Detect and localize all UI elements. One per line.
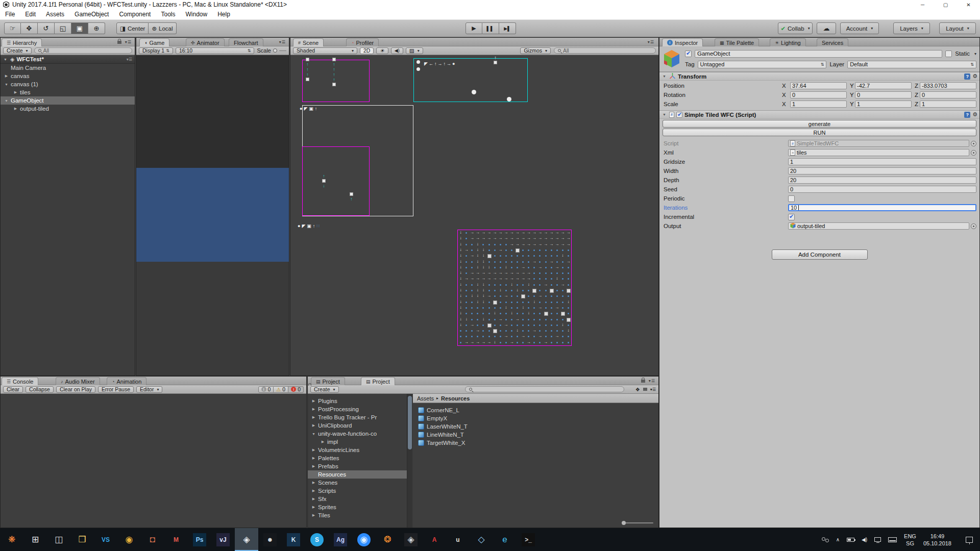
expander-icon[interactable]: ▶ (311, 448, 316, 452)
expander-icon[interactable]: ▶ (13, 107, 18, 111)
taskbar-app-mail[interactable]: M (164, 528, 188, 551)
aspect-select[interactable]: 16:10 ⇅ (176, 47, 255, 54)
menu-help[interactable]: Help (212, 9, 235, 20)
network-icon[interactable] (874, 537, 881, 542)
tab-flowchart[interactable]: Flowchart (229, 38, 263, 46)
expander-icon[interactable]: ▶ (4, 74, 9, 78)
active-checkbox[interactable] (685, 51, 692, 57)
expander-icon[interactable]: ▶ (311, 399, 316, 403)
expander-icon[interactable]: ▼ (311, 432, 316, 436)
hand-tool-button[interactable]: ☞ (4, 22, 21, 34)
step-button[interactable]: ▶▌ (499, 22, 516, 34)
editor-select[interactable]: Editor ▾ (136, 386, 162, 393)
menu-file[interactable]: File (0, 9, 20, 20)
taskbar-app-photoshop[interactable]: Ps (188, 528, 211, 551)
layout-button[interactable]: Layout▾ (939, 22, 976, 34)
tab-hierarchy[interactable]: ☰ Hierarchy (2, 38, 42, 46)
scale-z-field[interactable]: 1 (920, 101, 976, 108)
hierarchy-scene-row[interactable]: ▼ ◈ WFCTest* ▾☰ (1, 55, 135, 64)
expander-icon[interactable]: ▶ (311, 497, 316, 501)
folder-scripts[interactable]: ▶Scripts (308, 487, 407, 495)
menu-gameobject[interactable]: GameObject (69, 9, 114, 20)
pause-button[interactable]: ▌▌ (482, 22, 499, 34)
taskbar-app-viewer3d[interactable]: ◇ (470, 528, 493, 551)
lock-icon[interactable] (641, 380, 645, 383)
tab-game[interactable]: ◖ Game (139, 38, 169, 46)
panel-menu-icon[interactable]: ▾☰ (279, 40, 286, 44)
folder-prefabs[interactable]: ▶Prefabs (308, 462, 407, 470)
folder-uniclipboard[interactable]: ▶UniClipboard (308, 421, 407, 430)
expander-icon[interactable]: ▶ (311, 423, 316, 428)
run-button[interactable]: RUN (663, 129, 976, 136)
tab-scene[interactable]: # Scene (293, 38, 324, 46)
minimize-button[interactable]: ─ (911, 0, 934, 9)
clear-button[interactable]: Clear (3, 386, 23, 393)
scale-y-field[interactable]: 1 (855, 101, 912, 108)
asset-linewhiten-t[interactable]: LineWhiteN_T (413, 431, 658, 439)
taskbar-app-camera-app[interactable]: ● (258, 528, 282, 551)
people-icon[interactable] (822, 537, 829, 542)
scale-x-field[interactable]: 1 (790, 101, 847, 108)
taskbar-app-chrome[interactable]: ◉ (117, 528, 141, 551)
cloud-button[interactable]: ☁ (817, 22, 836, 34)
hierarchy-item-tiles[interactable]: ▶tiles (1, 88, 135, 96)
folder-resources[interactable]: Resources (308, 470, 407, 479)
incremental-checkbox[interactable] (788, 214, 795, 220)
layer-select[interactable]: Default ⇅ (847, 61, 976, 68)
play-button[interactable]: ▶ (465, 22, 482, 34)
component-enabled-checkbox[interactable] (676, 112, 682, 118)
menu-edit[interactable]: Edit (20, 9, 41, 20)
clock[interactable]: 16:49 05.10.2018 (923, 533, 951, 547)
seed-field[interactable]: 0 (788, 186, 976, 193)
taskbar-app-zoom[interactable]: ◉ (352, 528, 376, 551)
expander-icon[interactable]: ▶ (311, 456, 316, 460)
expander-icon[interactable]: ▶ (311, 464, 316, 468)
menu-component[interactable]: Component (114, 9, 156, 20)
name-field[interactable]: GameObject (695, 50, 942, 58)
taskbar-app-ubuntu[interactable]: u (446, 528, 470, 551)
breadcrumb-assets[interactable]: Assets (417, 395, 434, 402)
scale-slider[interactable] (273, 48, 277, 53)
transform-tool-button[interactable]: ⊕ (88, 22, 105, 34)
taskbar-app-edge[interactable]: e (493, 528, 517, 551)
taskbar-app-unity-hub[interactable]: ◈ (399, 528, 423, 551)
tab-animation[interactable]: ◔ Animation (107, 377, 146, 385)
collab-button[interactable]: ✔Collab▾ (778, 22, 813, 34)
folder-postprocessing[interactable]: ▶PostProcessing (308, 405, 407, 413)
gear-icon[interactable]: ⚙ (972, 73, 977, 80)
battery-icon[interactable] (847, 538, 854, 542)
iterations-field[interactable]: 10 (788, 204, 976, 211)
hierarchy-create-button[interactable]: Create ▾ (3, 47, 32, 54)
add-component-button[interactable]: Add Component (772, 249, 868, 260)
tray-chevron-icon[interactable]: ∧ (836, 537, 840, 542)
expander-icon[interactable]: ▶ (13, 90, 18, 94)
taskbar-app-file-explorer[interactable]: ❒ (70, 528, 94, 551)
rect-tool-button[interactable]: ▣ (71, 22, 88, 34)
console-log-area[interactable] (1, 394, 306, 528)
xml-field[interactable]: ≡ tiles (788, 149, 969, 156)
lock-icon[interactable] (643, 388, 647, 391)
hierarchy-item-main-camera[interactable]: Main Camera (1, 64, 135, 72)
expander-icon[interactable]: ▶ (311, 415, 316, 419)
static-checkbox[interactable] (945, 51, 952, 57)
scene-effects-toggle[interactable]: ▨ ▾ (406, 47, 423, 54)
tag-select[interactable]: Untagged ⇅ (698, 61, 827, 68)
hierarchy-item-gameobject[interactable]: ▼GameObject (1, 96, 135, 105)
scale-tool-button[interactable]: ◱ (55, 22, 71, 34)
expander-icon[interactable]: ▼ (4, 99, 9, 103)
hierarchy-search-input[interactable]: All (34, 47, 132, 54)
taskbar-app-task-view[interactable]: ◫ (47, 528, 70, 551)
folder-volumetriclines[interactable]: ▶VolumetricLines (308, 446, 407, 454)
rotation-z-field[interactable]: 0 (920, 91, 976, 98)
taskbar-app-vegas[interactable]: vJ (211, 528, 235, 551)
object-picker-icon[interactable] (971, 223, 976, 229)
clear-on-play-button[interactable]: Clear on Play (56, 386, 95, 393)
warning-count-toggle[interactable]: ⚠ 0 (274, 386, 288, 393)
maximize-button[interactable]: ▢ (934, 0, 957, 9)
scene-menu-icon[interactable]: ▾☰ (127, 57, 132, 62)
folder-trello-bug-tracker[interactable]: ▶Trello Bug Tracker - Pr (308, 413, 407, 421)
generate-button[interactable]: generate (663, 120, 976, 128)
transform-header[interactable]: ▼ Transform ? ⚙ (659, 72, 979, 81)
expander-icon[interactable]: ▶ (311, 407, 316, 411)
display-select[interactable]: Display 1 ⇅ (139, 47, 173, 54)
